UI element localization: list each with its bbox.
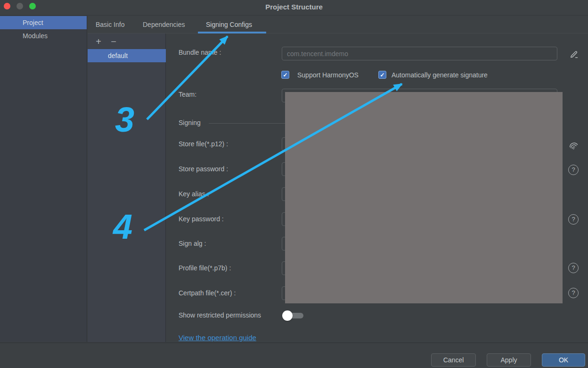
toggle-knob <box>282 310 293 321</box>
certpath-file-label: Certpath file(*.cer) : <box>179 289 236 297</box>
store-password-label: Store password : <box>179 165 228 173</box>
config-list-panel: + − default <box>88 33 166 342</box>
auto-generate-signature-label: Automatically generate signature <box>392 71 488 79</box>
tab-basic-info[interactable]: Basic Info <box>96 21 124 28</box>
team-label: Team: <box>179 91 196 98</box>
tab-dependencies[interactable]: Dependencies <box>143 21 185 28</box>
support-harmonyos-label: Support HarmonyOS <box>297 71 359 79</box>
edit-pencil-icon[interactable] <box>569 49 580 59</box>
apply-button[interactable]: Apply <box>487 353 531 367</box>
project-structure-dialog: Project Structure Project Modules Basic … <box>0 0 588 368</box>
store-file-label: Store file(*.p12) : <box>179 140 228 148</box>
bundle-name-label: Bundle name : <box>179 49 221 56</box>
restricted-permissions-toggle[interactable] <box>282 310 306 321</box>
key-password-label: Key password : <box>179 215 224 223</box>
sidebar-item-project[interactable]: Project <box>0 16 87 29</box>
operation-guide-link[interactable]: View the operation guide <box>179 334 256 342</box>
ok-button[interactable]: OK <box>542 353 585 367</box>
key-password-help-icon[interactable]: ? <box>568 214 579 225</box>
profile-file-help-icon[interactable]: ? <box>568 263 579 273</box>
footer-bar: Cancel Apply OK <box>0 343 588 368</box>
tab-bar: Basic Info Dependencies Signing Configs <box>88 16 588 33</box>
show-restricted-permissions-label: Show restricted permissions <box>179 311 261 319</box>
sidebar: Project Modules <box>0 16 87 342</box>
bundle-name-input[interactable] <box>282 47 557 60</box>
sidebar-item-modules[interactable]: Modules <box>0 29 87 42</box>
support-harmonyos-checkbox[interactable]: ✓ <box>281 71 289 79</box>
store-password-help-icon[interactable]: ? <box>568 165 579 175</box>
cancel-button[interactable]: Cancel <box>431 353 476 367</box>
tab-signing-configs[interactable]: Signing Configs <box>206 21 252 28</box>
title-bar: Project Structure <box>0 0 588 16</box>
profile-file-label: Profile file(*.p7b) : <box>179 264 231 272</box>
config-item-default[interactable]: default <box>88 49 166 62</box>
auto-generate-signature-checkbox[interactable]: ✓ <box>378 71 386 79</box>
signing-section-label: Signing <box>179 119 201 126</box>
window-title: Project Structure <box>0 3 588 11</box>
remove-config-button[interactable]: − <box>107 35 120 48</box>
redacted-region <box>285 92 563 303</box>
key-alias-label: Key alias : <box>179 190 209 198</box>
sign-alg-label: Sign alg : <box>179 240 206 247</box>
add-config-button[interactable]: + <box>92 35 105 48</box>
fingerprint-icon[interactable] <box>568 140 579 151</box>
certpath-file-help-icon[interactable]: ? <box>568 288 579 298</box>
